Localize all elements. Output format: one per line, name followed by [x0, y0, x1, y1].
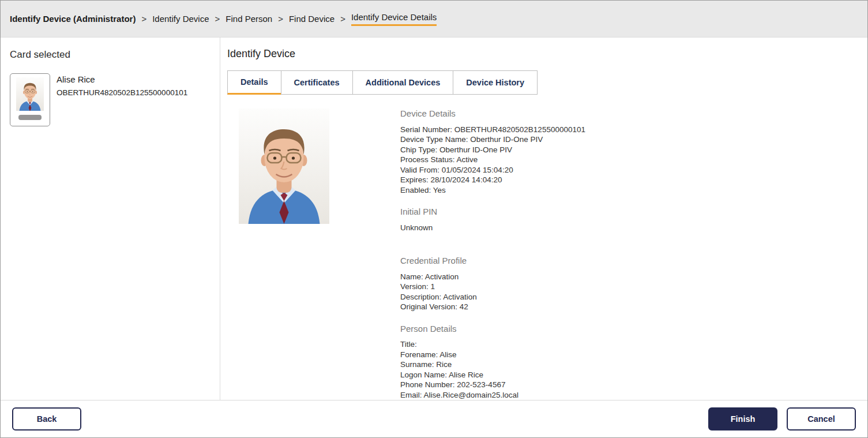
field-value: Active — [457, 155, 478, 164]
tab-device-history[interactable]: Device History — [453, 70, 538, 95]
details-column: Device Details Serial Number: OBERTHUR48… — [400, 108, 585, 400]
section-heading: Credential Profile — [400, 256, 585, 266]
field-process-status: Process Status: Active — [400, 155, 585, 165]
field-value: Activation — [425, 272, 459, 281]
tab-certificates[interactable]: Certificates — [281, 70, 353, 95]
card-selected-panel: Card selected Alise Rice OBERTHUR4820502… — [1, 38, 220, 400]
breadcrumb-separator: > — [141, 14, 146, 24]
field-expires: Expires: 28/10/2024 14:04:20 — [400, 175, 585, 185]
tab-bar: Details Certificates Additional Devices … — [227, 70, 854, 95]
field-label: Title: — [400, 340, 417, 349]
identify-device-window: Identify Device (Administrator) > Identi… — [0, 0, 868, 438]
section-person-details: Person Details Title: Forename: Alise Su… — [400, 324, 585, 400]
field-enabled: Enabled: Yes — [400, 185, 585, 196]
selected-card[interactable]: Alise Rice OBERTHUR4820502B125500000101 — [10, 73, 211, 126]
card-holder-name: Alise Rice — [57, 74, 187, 84]
details-tab-content: Device Details Serial Number: OBERTHUR48… — [227, 108, 854, 400]
back-button[interactable]: Back — [12, 407, 81, 430]
breadcrumb-separator: > — [278, 14, 283, 24]
field-value: OBERTHUR4820502B125500000101 — [454, 125, 585, 134]
field-value: Rice — [436, 360, 452, 369]
field-value: Activation — [443, 293, 477, 301]
section-device-details: Device Details Serial Number: OBERTHUR48… — [400, 108, 585, 195]
card-bar-decoration — [18, 115, 42, 120]
card-serial-number: OBERTHUR4820502B125500000101 — [57, 88, 187, 97]
section-heading: Initial PIN — [400, 207, 585, 217]
person-photo — [239, 108, 329, 224]
field-label: Logon Name: — [400, 370, 447, 379]
breadcrumb-separator: > — [215, 14, 220, 24]
initial-pin-value: Unknown — [400, 223, 585, 233]
field-phone-number: Phone Number: 202-523-4567 — [400, 380, 585, 390]
field-title: Title: — [400, 339, 585, 350]
field-value: Alise.Rice@domain25.local — [424, 391, 519, 399]
finish-button[interactable]: Finish — [708, 407, 777, 430]
field-label: Forename: — [400, 350, 438, 359]
field-profile-name: Name: Activation — [400, 272, 585, 282]
field-label: Valid From: — [400, 166, 439, 174]
identify-device-panel: Identify Device Details Certificates Add… — [220, 38, 867, 400]
field-label: Original Version: — [400, 302, 457, 311]
body: Card selected Alise Rice OBERTHUR4820502… — [1, 38, 867, 400]
field-profile-version: Version: 1 — [400, 282, 585, 292]
field-profile-description: Description: Activation — [400, 292, 585, 302]
field-value: Yes — [433, 186, 446, 194]
field-label: Phone Number: — [400, 380, 455, 389]
breadcrumb-item-identify-device-details[interactable]: Identify Device Details — [351, 12, 437, 26]
field-value: Alise Rice — [449, 370, 483, 379]
field-label: Version: — [400, 282, 429, 291]
field-value: Alise — [439, 350, 456, 359]
breadcrumb-item-find-device[interactable]: Find Device — [289, 14, 335, 24]
card-info: Alise Rice OBERTHUR4820502B125500000101 — [57, 73, 187, 126]
card-thumbnail — [10, 73, 50, 126]
field-label: Enabled: — [400, 186, 431, 194]
section-credential-profile: Credential Profile Name: Activation Vers… — [400, 256, 585, 312]
field-value: 1 — [431, 282, 435, 291]
breadcrumb-item-identify-device[interactable]: Identify Device — [152, 14, 209, 24]
field-label: Expires: — [400, 175, 429, 184]
field-label: Serial Number: — [400, 125, 452, 134]
breadcrumb-item-identify-device-administrator[interactable]: Identify Device (Administrator) — [10, 14, 136, 24]
person-photo-image — [239, 108, 329, 224]
field-chip-type: Chip Type: Oberthur ID-One PIV — [400, 145, 585, 155]
field-label: Process Status: — [400, 155, 455, 164]
breadcrumb-separator: > — [340, 14, 345, 24]
section-heading: Person Details — [400, 324, 585, 334]
card-selected-title: Card selected — [10, 49, 211, 61]
tab-details[interactable]: Details — [227, 70, 281, 95]
field-label: Description: — [400, 293, 441, 301]
field-label: Surname: — [400, 360, 434, 369]
field-value: Oberthur ID-One PIV — [439, 145, 512, 154]
footer-bar: Back Finish Cancel — [1, 400, 867, 437]
field-value: 202-523-4567 — [457, 380, 505, 389]
field-logon-name: Logon Name: Alise Rice — [400, 370, 585, 380]
breadcrumb-item-find-person[interactable]: Find Person — [226, 14, 272, 24]
field-serial-number: Serial Number: OBERTHUR4820502B125500000… — [400, 125, 585, 135]
field-label: Device Type Name: — [400, 135, 468, 144]
field-valid-from: Valid From: 01/05/2024 15:04:20 — [400, 165, 585, 175]
field-value: 28/10/2024 14:04:20 — [431, 175, 502, 184]
field-label: Chip Type: — [400, 145, 437, 154]
card-photo — [16, 77, 44, 111]
section-initial-pin: Initial PIN Unknown — [400, 207, 585, 233]
field-email: Email: Alise.Rice@domain25.local — [400, 390, 585, 400]
page-title: Identify Device — [227, 48, 854, 60]
field-profile-original-version: Original Version: 42 — [400, 302, 585, 312]
field-label: Name: — [400, 272, 423, 281]
field-value: 42 — [460, 302, 468, 311]
section-heading: Device Details — [400, 108, 585, 119]
field-forename: Forename: Alise — [400, 350, 585, 360]
field-surname: Surname: Rice — [400, 360, 585, 370]
cancel-button[interactable]: Cancel — [787, 407, 856, 430]
breadcrumb: Identify Device (Administrator) > Identi… — [1, 1, 867, 38]
field-value: 01/05/2024 15:04:20 — [442, 166, 513, 174]
field-value: Oberthur ID-One PIV — [470, 135, 543, 144]
field-device-type-name: Device Type Name: Oberthur ID-One PIV — [400, 134, 585, 145]
field-label: Email: — [400, 391, 422, 399]
tab-additional-devices[interactable]: Additional Devices — [352, 70, 454, 95]
